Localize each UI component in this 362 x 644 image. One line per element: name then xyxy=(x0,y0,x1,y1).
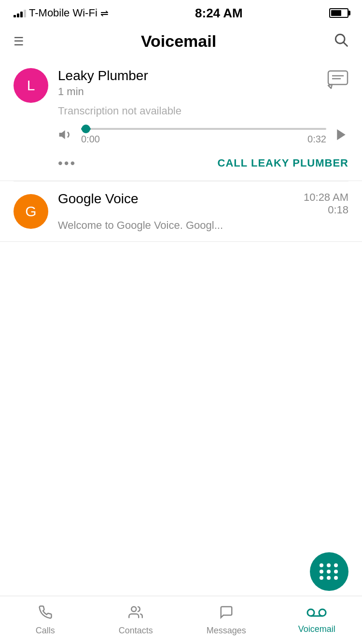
carrier-info: T-Mobile Wi-Fi ⇌ xyxy=(14,7,109,19)
search-icon[interactable] xyxy=(333,32,348,51)
wifi-icon: ⇌ xyxy=(100,7,109,19)
status-bar: T-Mobile Wi-Fi ⇌ 8:24 AM xyxy=(0,0,362,24)
voicemail-nav-icon xyxy=(306,606,327,621)
carrier-text: T-Mobile Wi-Fi xyxy=(29,7,97,19)
nav-item-contacts[interactable]: Contacts xyxy=(91,596,181,644)
avatar-leaky-plumber: L xyxy=(14,68,48,103)
clock: 8:24 AM xyxy=(195,6,243,21)
transcription-text: Transcription not available xyxy=(58,105,348,117)
voicemail-nav-label: Voicemail xyxy=(298,624,335,634)
page-title: Voicemail xyxy=(141,32,216,51)
voicemail-time: 10:28 AM xyxy=(304,191,348,204)
voicemail-name-gv: Google Voice xyxy=(58,191,139,207)
voicemail-duration: 1 min xyxy=(58,85,148,98)
nav-item-voicemail[interactable]: Voicemail xyxy=(272,596,362,644)
voicemail-item-google-voice[interactable]: G Google Voice 10:28 AM 0:18 Welcome to … xyxy=(0,182,362,242)
dialpad-fab[interactable] xyxy=(310,552,348,591)
voicemail-list: L Leaky Plumber 1 min xyxy=(0,58,362,242)
calls-icon xyxy=(38,605,53,623)
current-time: 0:00 xyxy=(81,134,100,145)
svg-line-1 xyxy=(344,42,347,46)
menu-icon[interactable]: ☰ xyxy=(14,35,24,48)
svg-rect-2 xyxy=(328,71,348,84)
calls-label: Calls xyxy=(36,626,55,636)
status-right xyxy=(329,8,348,18)
progress-bar-container[interactable]: 0:00 0:32 xyxy=(81,128,326,145)
volume-icon[interactable] xyxy=(58,127,73,146)
voicemail-name: Leaky Plumber xyxy=(58,68,148,84)
play-button[interactable] xyxy=(334,127,348,145)
bottom-nav: Calls Contacts Messages xyxy=(0,596,362,644)
svg-point-9 xyxy=(319,609,326,616)
signal-icon xyxy=(14,9,26,17)
battery-icon xyxy=(329,8,348,18)
actions-row: ••• CALL LEAKY PLUMBER xyxy=(58,155,348,171)
voicemail-item-leaky-plumber[interactable]: L Leaky Plumber 1 min xyxy=(0,58,362,181)
voicemail-preview: Welcome to Google Voice. Googl... xyxy=(58,219,348,232)
message-icon[interactable] xyxy=(327,70,348,91)
messages-label: Messages xyxy=(207,626,246,636)
more-options-button[interactable]: ••• xyxy=(58,155,76,171)
svg-point-8 xyxy=(307,609,314,616)
voicemail-duration-gv: 0:18 xyxy=(328,204,348,216)
messages-icon xyxy=(219,605,234,623)
contacts-icon xyxy=(128,605,143,623)
contacts-label: Contacts xyxy=(119,626,153,636)
audio-player[interactable]: 0:00 0:32 xyxy=(58,127,348,146)
app-header: ☰ Voicemail xyxy=(0,24,362,58)
progress-times: 0:00 0:32 xyxy=(81,134,326,145)
nav-item-messages[interactable]: Messages xyxy=(181,596,272,644)
svg-marker-6 xyxy=(337,129,346,140)
call-leaky-plumber-button[interactable]: CALL LEAKY PLUMBER xyxy=(218,157,348,169)
google-voice-inner: G Google Voice 10:28 AM 0:18 Welcome to … xyxy=(14,191,348,232)
svg-marker-5 xyxy=(59,130,65,140)
total-time: 0:32 xyxy=(307,134,326,145)
dialpad-icon xyxy=(320,563,339,580)
progress-bar[interactable] xyxy=(81,128,326,130)
nav-item-calls[interactable]: Calls xyxy=(0,596,91,644)
gv-time-info: 10:28 AM 0:18 xyxy=(304,191,348,216)
svg-point-7 xyxy=(132,606,137,611)
avatar-google-voice: G xyxy=(14,194,48,229)
